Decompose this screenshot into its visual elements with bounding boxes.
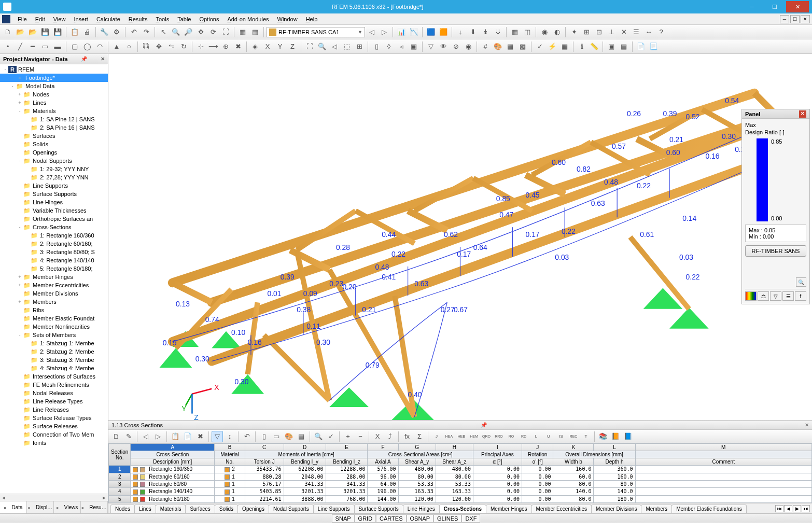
tb-check-icon[interactable]: ✓ (325, 431, 337, 442)
tb-fx-icon[interactable]: fx (401, 431, 413, 442)
tree-node[interactable]: 📁Surface Release Types (0, 414, 108, 422)
sheet-tab-openings[interactable]: Openings (237, 505, 269, 513)
tree-node[interactable]: -📁Model Data (0, 82, 108, 90)
tb-section-rd-icon[interactable]: RD (518, 431, 529, 442)
calc2-icon[interactable]: ⚙ (111, 26, 122, 38)
tb-insert-icon[interactable]: + (342, 431, 354, 442)
menu-view[interactable]: View (49, 15, 70, 23)
redo-icon[interactable]: ↷ (141, 26, 152, 38)
module-combo[interactable]: RF-TIMBER SANS CA1 ▼ (267, 27, 365, 37)
menu-add-on-modules[interactable]: Add-on Modules (223, 15, 273, 23)
tree-node[interactable]: 📁FE Mesh Refinements (0, 381, 108, 389)
copy-tool-icon[interactable]: ⿻ (141, 41, 152, 52)
member-load-icon[interactable]: ↓ (455, 26, 466, 38)
hinge-tool-icon[interactable]: ○ (123, 41, 135, 52)
cross-sections-table[interactable]: SectionNo.ABCDEFGHIJKLMCross-SectionMate… (108, 443, 812, 503)
sheet-tab-nodes[interactable]: Nodes (110, 505, 135, 513)
tb-color-icon[interactable]: 🎨 (283, 431, 295, 442)
zoom-sel-icon[interactable]: 🔍 (316, 41, 328, 52)
tree-node[interactable]: +📁Lines (0, 99, 108, 107)
calc-icon[interactable]: 🔧 (99, 26, 110, 38)
tree-node[interactable]: 📁1: 29-32; YYY NNY (0, 165, 108, 173)
cross-icon[interactable]: ✕ (618, 26, 629, 38)
saveas-icon[interactable]: 💾 (52, 26, 63, 38)
table-row[interactable]: 2 Rectangle 60/1601880.282048.00288.0096… (109, 473, 812, 480)
tb-undo-icon[interactable]: ↶ (241, 431, 253, 442)
info-icon[interactable]: ℹ (576, 41, 587, 52)
sheet-tab-member-eccentricities[interactable]: Member Eccentricities (531, 505, 592, 513)
tree-node[interactable]: 📁Nodal Releases (0, 389, 108, 397)
grid-icon[interactable]: ▦ (509, 26, 521, 38)
tree-node[interactable]: -📁Materials (0, 107, 108, 115)
rotate-icon[interactable]: ⟳ (207, 26, 219, 38)
results-icon[interactable]: 🟦 (425, 26, 437, 38)
nav-tab-displ[interactable]: ▫Displ… (27, 501, 54, 513)
tree-node[interactable]: 📁5: Rectangle 80/180; (0, 264, 108, 273)
tree-node[interactable]: -RRFEM (0, 65, 108, 74)
pin-icon[interactable]: 📌 (81, 56, 87, 62)
navigator-tree[interactable]: -RRFEM-▫Footbridge*-📁Model Data+📁Nodes+📁… (0, 64, 108, 494)
circle-tool-icon[interactable]: ◯ (81, 41, 93, 52)
menu-tools[interactable]: Tools (151, 15, 173, 23)
view-icon[interactable]: ▦ (237, 26, 248, 38)
palette-icon[interactable] (745, 291, 757, 301)
rotate-tool-icon[interactable]: ↻ (178, 41, 189, 52)
select-lasso-icon[interactable]: ◊ (383, 41, 395, 52)
tree-node[interactable]: 📁Solids (0, 140, 108, 148)
report-icon[interactable]: 📄 (635, 41, 647, 52)
tb-range-icon[interactable]: ▭ (271, 431, 282, 442)
move-tool-icon[interactable]: ✥ (153, 41, 164, 52)
tb-remove-icon[interactable]: − (355, 431, 366, 442)
tree-node[interactable]: 📁Orthotropic Surfaces an (0, 215, 108, 223)
menu-results[interactable]: Results (124, 15, 152, 23)
zoom-details-icon[interactable]: 🔍 (796, 277, 806, 287)
tb-prev-icon[interactable]: ◁ (140, 431, 151, 442)
status-cartes[interactable]: CARTES (376, 514, 406, 523)
connect-tool-icon[interactable]: ⊕ (220, 41, 231, 52)
module2-icon[interactable]: ▤ (618, 41, 629, 52)
sheet-tab-cross-sections[interactable]: Cross-Sections (439, 505, 486, 513)
tree-node[interactable]: +📁Member Hinges (0, 273, 108, 281)
tree-node[interactable]: 📁Line Hinges (0, 198, 108, 206)
mesh-icon[interactable]: ▦ (559, 41, 570, 52)
tree-node[interactable]: -📁Cross-Sections (0, 223, 108, 231)
measure-icon[interactable]: 📏 (589, 41, 600, 52)
render-icon[interactable]: ◉ (539, 26, 550, 38)
select-prev-icon[interactable]: ◃ (396, 41, 407, 52)
open-model-icon[interactable]: 📂 (27, 26, 38, 38)
extend-tool-icon[interactable]: ⟶ (207, 41, 219, 52)
model-viewport[interactable]: X Y Z 0.190.300.740.130.300.100.160.010.… (108, 54, 812, 420)
solid-tool-icon[interactable]: ▬ (52, 41, 63, 52)
tb-next-icon[interactable]: ▷ (152, 431, 164, 442)
scale-icon[interactable]: ⚖ (758, 291, 769, 301)
layers-icon[interactable]: ☰ (631, 26, 642, 38)
module-button[interactable]: RF-TIMBER SANS (745, 245, 806, 257)
line-tool-icon[interactable]: ╱ (15, 41, 26, 52)
sheet-prev-icon[interactable]: ◀ (784, 505, 792, 512)
snap-icon[interactable]: ⊞ (581, 26, 592, 38)
undo-icon[interactable]: ↶ (128, 26, 139, 38)
tb-section-is-icon[interactable]: IS (555, 431, 567, 442)
tree-node[interactable]: +📁Member Eccentricities (0, 281, 108, 289)
view-iso-icon[interactable]: ◈ (249, 41, 261, 52)
new-icon[interactable]: 🗋 (2, 26, 13, 38)
fit-icon[interactable]: ⛶ (304, 41, 315, 52)
zoom-window-icon[interactable]: 🔍 (170, 26, 181, 38)
menu-calculate[interactable]: Calculate (92, 15, 124, 23)
nav-tab-views[interactable]: ▫Views (54, 501, 81, 513)
tree-node[interactable]: 📁Line Supports (0, 181, 108, 190)
sheet-tab-solids[interactable]: Solids (215, 505, 238, 513)
sheet-tab-members[interactable]: Members (641, 505, 672, 513)
table-row[interactable]: 3 Rectangle 80/801576.17341.33341.3364.0… (109, 480, 812, 487)
tb-section-j-icon[interactable]: J (431, 431, 442, 442)
tb-edit-icon[interactable]: ✎ (123, 431, 134, 442)
grid2-icon[interactable]: ⊡ (593, 26, 605, 38)
menu-options[interactable]: Options (195, 15, 223, 23)
sheet-tab-materials[interactable]: Materials (156, 505, 186, 513)
tb-excel-icon[interactable]: X (372, 431, 383, 442)
tree-node[interactable]: 📁Connection of Two Mem (0, 430, 108, 439)
tree-node[interactable]: 📁Openings (0, 148, 108, 157)
member-tool-icon[interactable]: ━ (27, 41, 38, 52)
load2-icon[interactable]: 📉 (408, 26, 419, 38)
ucs-icon[interactable]: ✦ (568, 26, 580, 38)
